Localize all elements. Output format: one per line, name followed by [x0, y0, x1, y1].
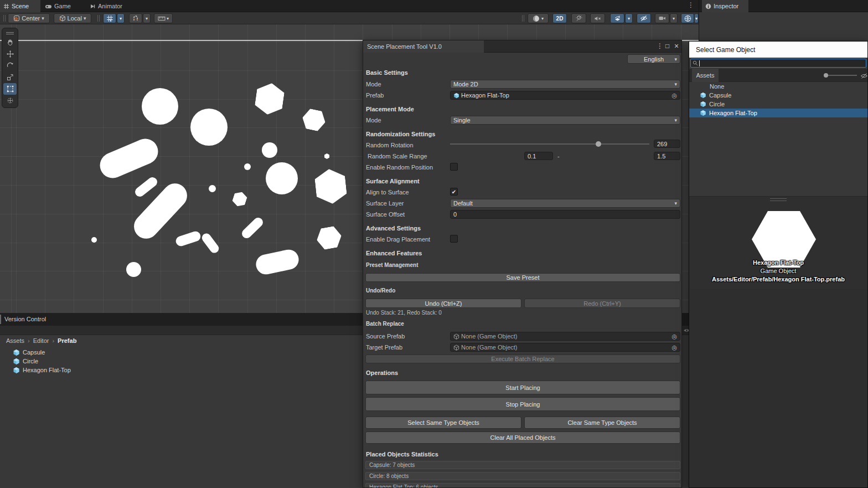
scene-shape-hexp[interactable]	[314, 167, 348, 205]
start-placing-button[interactable]: Start Placing	[365, 381, 680, 394]
surface-layer-dropdown[interactable]: Default ▾	[450, 199, 680, 208]
slider-knob[interactable]	[596, 141, 601, 147]
scene-shape-hexf[interactable]	[301, 107, 328, 132]
save-preset-button[interactable]: Save Preset	[365, 273, 680, 282]
project-file-capsule[interactable]: Capsule	[13, 348, 45, 357]
view-hand-tool[interactable]	[3, 37, 17, 48]
picker-item-none[interactable]: None	[689, 82, 867, 91]
toolbar-grip[interactable]	[97, 15, 100, 22]
gizmos-button[interactable]	[681, 13, 694, 23]
breadcrumb-editor[interactable]: Editor	[33, 337, 49, 344]
transform-tool[interactable]	[3, 95, 17, 106]
scene-shape-circle[interactable]	[266, 162, 298, 194]
project-file-circle[interactable]: Circle	[13, 357, 38, 366]
scene-shape-circle[interactable]	[142, 88, 178, 125]
tab-version-control[interactable]: Version Control	[4, 316, 46, 322]
scene-shape-cap[interactable]	[133, 176, 159, 199]
grid-snap-dropdown[interactable]: ▾	[117, 13, 125, 23]
stop-placing-button[interactable]: Stop Placing	[365, 397, 680, 411]
surface-offset-field[interactable]: 0	[450, 210, 680, 219]
rotate-tool[interactable]	[3, 60, 17, 71]
scene-shape-cap[interactable]	[254, 248, 301, 276]
tool-window-tab[interactable]: Scene Placement Tool V1.0	[363, 40, 484, 53]
scene-effects-button[interactable]	[610, 13, 624, 23]
toolbar-grip[interactable]	[3, 15, 6, 22]
undo-button[interactable]: Undo (Ctrl+Z)	[365, 299, 521, 308]
breadcrumb-assets[interactable]: Assets	[6, 337, 24, 344]
scale-tool[interactable]	[3, 71, 17, 83]
mode-2d-button[interactable]: 2D	[552, 13, 567, 23]
target-prefab-field[interactable]: None (Game Object) ◎	[450, 343, 680, 352]
tab-animator[interactable]: Animator	[86, 0, 130, 12]
icon-size-slider[interactable]	[824, 75, 857, 76]
select-same-type-button[interactable]: Select Same Type Objects	[365, 417, 521, 429]
window-kebab-icon[interactable]: ⋮	[657, 42, 663, 50]
scene-effects-dropdown[interactable]: ▾	[625, 13, 633, 23]
scene-shape-cap[interactable]	[96, 135, 162, 182]
scene-shape-circle[interactable]	[190, 109, 228, 146]
breadcrumb-prefab[interactable]: Prefab	[58, 337, 76, 344]
language-dropdown[interactable]: English ▾	[627, 54, 680, 64]
tab-game[interactable]: Game	[42, 0, 76, 12]
object-picker-icon[interactable]: ◎	[671, 333, 677, 340]
scene-camera-button[interactable]	[655, 13, 669, 23]
icon-size-knob[interactable]	[824, 73, 828, 78]
scene-shape-circle[interactable]	[262, 142, 277, 158]
redo-button[interactable]: Redo (Ctrl+Y)	[524, 299, 680, 308]
window-close-icon[interactable]: ×	[674, 42, 679, 50]
gizmos-dropdown[interactable]: ▾	[695, 13, 699, 23]
scene-shape-circle[interactable]	[244, 163, 251, 170]
enable-random-position-checkbox[interactable]	[450, 163, 458, 171]
overlay-drag-handle[interactable]	[3, 29, 17, 37]
rotation-local-dropdown[interactable]: Local ▾	[54, 13, 91, 23]
window-maximize-icon[interactable]: □	[665, 42, 669, 50]
picker-item-circle[interactable]: Circle	[689, 100, 867, 109]
tab-inspector[interactable]: Inspector	[702, 0, 748, 12]
scene-shape-hexf[interactable]	[315, 225, 343, 250]
scene-shape-circle[interactable]	[91, 237, 97, 243]
scene-shape-cap[interactable]	[240, 215, 265, 240]
align-to-surface-checkbox[interactable]: ✔	[450, 188, 458, 196]
enable-drag-placement-checkbox[interactable]	[450, 235, 458, 243]
picker-item-hexagon-selected[interactable]: Hexagon Flat-Top	[689, 109, 867, 117]
object-picker-icon[interactable]: ◎	[671, 344, 677, 351]
scene-tabbar-kebab-icon[interactable]: ⋮	[686, 1, 695, 11]
scale-min-field[interactable]: 0.1	[524, 152, 553, 160]
pivot-center-dropdown[interactable]: Center ▾	[8, 13, 50, 23]
grid-snap-button[interactable]: Y	[103, 13, 116, 23]
scene-visibility-button[interactable]	[637, 13, 651, 23]
scene-shape-circle[interactable]	[126, 262, 141, 277]
picker-search-field[interactable]	[690, 59, 866, 68]
project-file-hexagon[interactable]: Hexagon Flat-Top	[13, 366, 71, 374]
shading-mode-dropdown[interactable]: ▾	[528, 13, 549, 23]
object-picker-icon[interactable]: ◎	[671, 92, 677, 99]
picker-item-capsule[interactable]: Capsule	[689, 91, 867, 100]
scene-audio-button[interactable]	[590, 13, 605, 23]
scene-lighting-button[interactable]	[571, 13, 586, 23]
scene-shape-hexp[interactable]	[254, 81, 285, 116]
prefab-object-field[interactable]: Hexagon Flat-Top ◎	[450, 91, 680, 100]
clear-all-placed-button[interactable]: Clear All Placed Objects	[365, 432, 680, 444]
snap-magnet-button[interactable]	[129, 13, 142, 23]
scene-camera-dropdown[interactable]: ▾	[670, 13, 678, 23]
picker-tab-assets[interactable]: Assets	[692, 69, 719, 82]
move-tool[interactable]	[3, 48, 17, 60]
snap-increment-dropdown[interactable]: ▾	[154, 13, 173, 23]
scene-shape-cap[interactable]	[200, 232, 221, 255]
scene-shape-hexp[interactable]	[324, 153, 329, 159]
preview-resize-handle[interactable]	[770, 198, 787, 201]
tab-scene[interactable]: Scene	[0, 0, 40, 12]
rect-tool[interactable]	[3, 83, 17, 95]
source-prefab-field[interactable]: None (Game Object) ◎	[450, 332, 680, 341]
scene-shape-hexp[interactable]	[231, 190, 248, 208]
random-rotation-slider[interactable]	[450, 140, 649, 148]
placement-mode-dropdown[interactable]: Single ▾	[450, 116, 680, 125]
eye-slash-icon[interactable]	[860, 73, 868, 79]
toolbar-grip[interactable]	[522, 15, 524, 22]
clear-same-type-button[interactable]: Clear Same Type Objects	[524, 417, 680, 429]
mode-dropdown[interactable]: Mode 2D ▾	[450, 80, 680, 89]
snap-magnet-dropdown[interactable]: ▾	[143, 13, 151, 23]
random-rotation-field[interactable]: 269	[654, 140, 680, 148]
scene-shape-circle[interactable]	[209, 185, 216, 192]
scale-max-field[interactable]: 1.5	[654, 152, 680, 160]
